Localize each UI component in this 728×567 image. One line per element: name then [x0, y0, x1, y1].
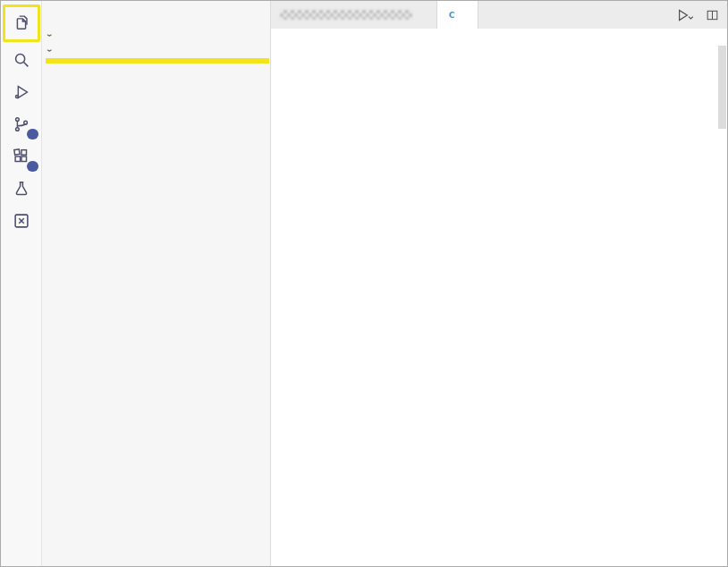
editor-group: C [271, 1, 727, 566]
activity-bar [1, 1, 42, 566]
run-button[interactable] [674, 8, 696, 22]
workspace-header[interactable]: › [42, 43, 270, 58]
explorer-icon[interactable] [5, 7, 38, 38]
editor-actions [674, 1, 720, 29]
x-square-icon[interactable] [5, 206, 38, 236]
extensions-icon[interactable] [5, 141, 38, 172]
chevron-down-icon: › [45, 30, 55, 41]
chevron-down-icon: › [45, 45, 55, 56]
tab-bar: C [271, 1, 727, 29]
redacted-tab-title [280, 10, 412, 20]
explorer-sidebar: › › [42, 1, 271, 566]
annotation-box-explorer [3, 4, 40, 42]
run-and-debug-icon[interactable] [5, 77, 38, 107]
vscode-window: › › C [0, 0, 728, 567]
split-editor-icon[interactable] [705, 8, 720, 22]
annotation-box-mcuxpresso-tree [46, 58, 269, 63]
source-control-icon[interactable] [5, 109, 38, 140]
tab-main-c[interactable]: C [437, 1, 478, 29]
beaker-icon[interactable] [5, 173, 38, 204]
c-file-icon: C [446, 11, 457, 20]
source-control-badge [27, 129, 38, 140]
sidebar-header [42, 1, 270, 28]
code-area[interactable] [271, 45, 727, 566]
scrollbar[interactable] [718, 46, 726, 129]
tab-redacted[interactable] [271, 1, 437, 29]
open-editors-header[interactable]: › [42, 28, 270, 43]
extensions-badge [27, 161, 38, 172]
search-icon[interactable] [5, 45, 38, 75]
breadcrumb [271, 29, 727, 45]
